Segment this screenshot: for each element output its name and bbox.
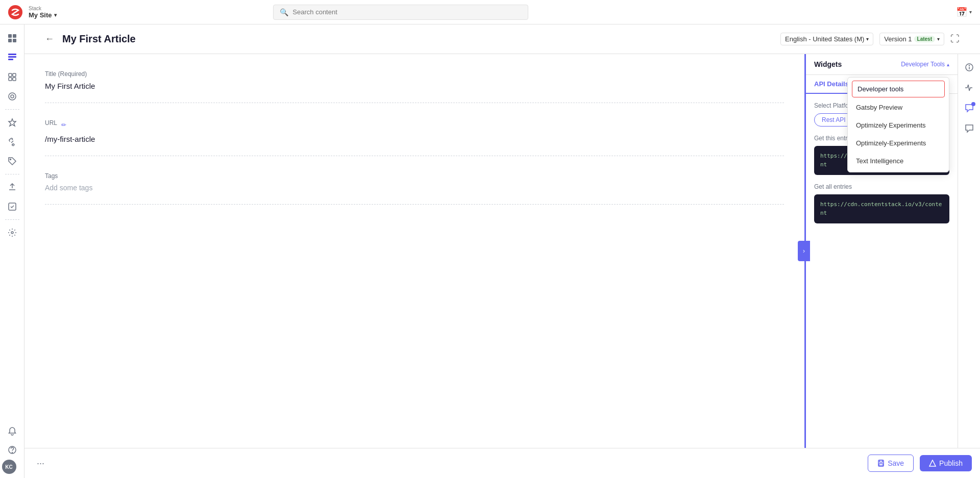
title-field-value[interactable]: My First Article [45,82,784,90]
tags-field-label: Tags [45,172,784,180]
stack-info: Stack My Site ▾ [29,6,57,19]
save-label: Save [888,459,904,467]
stack-label: Stack [29,6,57,11]
url-field-label: URL [45,119,57,127]
user-avatar[interactable]: KC [2,460,16,474]
svg-point-15 [10,159,11,160]
dropdown-item-gatsby[interactable]: Gatsby Preview [848,98,949,116]
article-form: Title (Required) My First Article URL ✏ … [24,54,804,448]
nav-schema-icon[interactable] [2,87,22,106]
nav-bell-icon[interactable] [2,422,22,440]
nav-help-icon[interactable] [2,441,22,459]
version-label: Version 1 [884,35,912,43]
nav-link-icon[interactable] [2,133,22,151]
search-bar[interactable]: 🔍 [273,5,528,20]
svg-rect-2 [13,34,16,38]
nav-divider-3 [5,219,19,220]
get-all-entries-label: Get all entries [814,183,949,190]
nav-bottom: KC [2,421,22,474]
fullscreen-button[interactable]: ⛶ [950,34,960,44]
dropdown-item-optimizely-exp2[interactable]: Optimizely-Experiments [848,134,949,152]
content-area: ← My First Article English - United Stat… [24,24,980,478]
developer-tools-dropdown: Developer tools Gatsby Preview Optimizel… [847,77,949,172]
locale-selector[interactable]: English - United States (M) ▾ [780,33,873,45]
svg-rect-11 [13,78,16,81]
svg-rect-1 [8,34,12,38]
search-input[interactable] [292,8,522,16]
developer-tools-chevron-icon: ▴ [947,62,949,67]
site-name[interactable]: My Site ▾ [29,11,57,19]
svg-rect-4 [13,39,16,42]
svg-rect-8 [9,73,12,77]
svg-rect-5 [8,54,16,55]
panel-title: Widgets [814,60,842,68]
nav-content-icon[interactable] [2,48,22,67]
calendar-button[interactable]: 📅 ▾ [956,7,972,18]
nav-assets-icon[interactable] [2,68,22,86]
info-icon[interactable] [960,58,978,77]
svg-rect-9 [13,73,16,77]
nav-settings-icon[interactable] [2,223,22,242]
article-title: My First Article [62,33,136,45]
locale-chevron-icon: ▾ [866,36,869,42]
main-layout: KC ← My First Article English - United S… [0,24,980,478]
nav-divider-1 [5,109,19,110]
save-icon [877,460,885,467]
get-all-entries-code[interactable]: https://cdn.contentstack.io/v3/content [814,194,949,223]
calendar-icon: 📅 [956,7,967,18]
calendar-chevron-icon: ▾ [969,9,972,15]
url-field-row: URL ✏ [45,119,784,131]
right-icon-strip [958,54,980,448]
tags-divider [45,204,784,205]
svg-rect-23 [879,460,883,462]
article-header-right: English - United States (M) ▾ Version 1 … [780,33,960,45]
nav-checklist-icon[interactable] [2,197,22,216]
svg-rect-7 [8,59,13,60]
svg-rect-24 [879,464,883,466]
topbar: Stack My Site ▾ 🔍 📅 ▾ [0,0,980,24]
logo[interactable] [8,5,22,19]
svg-rect-10 [9,78,12,81]
nav-divider-2 [5,174,19,174]
chat-icon[interactable] [960,119,978,138]
site-chevron-icon: ▾ [54,12,57,18]
developer-tools-button[interactable]: Developer Tools ▴ Developer tools Gatsby… [901,61,949,68]
activity-icon[interactable] [960,79,978,97]
svg-rect-6 [8,56,16,58]
tags-placeholder[interactable]: Add some tags [45,184,784,192]
svg-point-13 [11,95,14,98]
panel-header: Widgets Developer Tools ▴ Developer tool… [806,54,958,75]
dropdown-item-optimizely-exp[interactable]: Optimizely Experiments [848,116,949,134]
publish-button[interactable]: Publish [920,455,972,471]
svg-rect-3 [8,39,12,42]
url-edit-icon[interactable]: ✏ [61,121,66,129]
comments-badge [971,102,975,106]
article-header-left: ← My First Article [45,33,136,45]
nav-tag-icon[interactable] [2,152,22,170]
nav-dashboard-icon[interactable] [2,29,22,47]
bottom-bar: ··· Save Publish [24,448,980,478]
save-button[interactable]: Save [868,455,914,472]
comments-icon[interactable] [960,99,978,117]
more-options-button[interactable]: ··· [37,458,44,469]
back-button[interactable]: ← [45,34,54,44]
svg-point-21 [969,65,969,66]
version-selector[interactable]: Version 1 Latest ▾ [879,33,944,45]
title-divider [45,103,784,103]
article-body: Title (Required) My First Article URL ✏ … [24,54,980,448]
svg-marker-25 [929,460,936,466]
dropdown-item-developer-tools[interactable]: Developer tools [852,81,945,97]
url-field: URL ✏ /my-first-article [45,119,784,156]
url-divider [45,156,784,156]
tags-field: Tags Add some tags [45,172,784,205]
panel-toggle-button[interactable]: › [798,241,810,261]
title-field-label: Title (Required) [45,70,784,78]
search-icon: 🔍 [280,8,288,16]
svg-point-17 [11,232,13,234]
latest-badge: Latest [914,36,935,42]
nav-star-icon[interactable] [2,113,22,132]
nav-publish-icon[interactable] [2,178,22,196]
url-field-value[interactable]: /my-first-article [45,135,784,143]
dropdown-item-text-intelligence[interactable]: Text Intelligence [848,152,949,170]
publish-label: Publish [939,459,963,467]
